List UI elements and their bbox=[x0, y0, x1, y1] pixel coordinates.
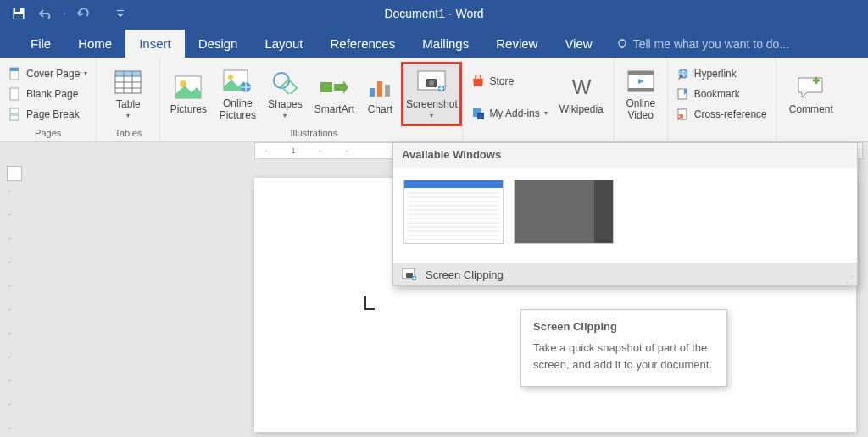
group-tables: Table ▾ Tables bbox=[97, 58, 160, 141]
comment-button[interactable]: Comment bbox=[782, 62, 841, 126]
group-links: Hyperlink Bookmark Cross-reference bbox=[668, 58, 776, 141]
group-label-links bbox=[721, 126, 723, 141]
tab-review[interactable]: Review bbox=[482, 30, 551, 58]
svg-point-4 bbox=[619, 40, 626, 47]
window-thumbnail-2[interactable] bbox=[514, 180, 614, 244]
tab-mailings[interactable]: Mailings bbox=[409, 30, 482, 58]
screenshot-icon bbox=[417, 68, 446, 97]
group-illustrations: Pictures Online Pictures Shapes ▾ SmartA… bbox=[160, 58, 463, 141]
svg-rect-8 bbox=[10, 88, 19, 100]
shapes-icon bbox=[270, 68, 299, 97]
text-cursor bbox=[364, 296, 375, 310]
group-label-addins bbox=[537, 126, 540, 141]
svg-rect-28 bbox=[385, 85, 390, 97]
group-media: Online Video bbox=[615, 58, 668, 141]
tab-home[interactable]: Home bbox=[64, 30, 125, 58]
group-pages: Cover Page▾ Blank Page Page Break Pages bbox=[0, 58, 97, 141]
save-button[interactable] bbox=[8, 3, 29, 24]
save-icon bbox=[12, 7, 25, 20]
svg-rect-10 bbox=[10, 115, 19, 120]
svg-rect-2 bbox=[15, 8, 20, 12]
svg-rect-17 bbox=[115, 71, 141, 76]
svg-rect-3 bbox=[117, 10, 124, 11]
redo-button[interactable] bbox=[73, 3, 93, 24]
tab-references[interactable]: References bbox=[316, 30, 409, 58]
resize-handle-icon[interactable]: ⋰ bbox=[846, 274, 854, 284]
blank-page-button[interactable]: Blank Page bbox=[8, 86, 87, 102]
chevron-down-icon: ▾ bbox=[283, 112, 287, 119]
svg-rect-25 bbox=[320, 82, 332, 92]
bookmark-icon bbox=[676, 87, 690, 101]
chevron-down-icon: ▾ bbox=[84, 69, 87, 77]
pictures-button[interactable]: Pictures bbox=[165, 62, 211, 126]
ruler-vertical[interactable]: -------------- bbox=[8, 186, 11, 437]
screen-clipping-icon bbox=[402, 268, 417, 281]
screenshot-dropdown: Available Windows Screen Clipping ⋰ bbox=[392, 142, 858, 286]
smartart-icon bbox=[320, 73, 348, 102]
store-button[interactable]: Store bbox=[471, 73, 547, 90]
online-pictures-icon bbox=[223, 67, 252, 96]
tab-file[interactable]: File bbox=[17, 30, 64, 58]
chevron-down-icon bbox=[116, 9, 125, 18]
svg-rect-44 bbox=[406, 273, 413, 278]
cover-page-icon bbox=[8, 67, 22, 80]
cover-page-button[interactable]: Cover Page▾ bbox=[8, 65, 87, 82]
crossref-icon bbox=[676, 108, 690, 121]
wikipedia-icon: W bbox=[567, 73, 596, 102]
tab-design[interactable]: Design bbox=[185, 30, 252, 58]
comment-icon bbox=[797, 73, 826, 102]
tooltip: Screen Clipping Take a quick snapshot of… bbox=[520, 309, 727, 387]
page-break-button[interactable]: Page Break bbox=[8, 106, 87, 123]
cross-reference-button[interactable]: Cross-reference bbox=[676, 106, 767, 123]
tab-insert[interactable]: Insert bbox=[125, 30, 185, 58]
video-icon bbox=[626, 67, 655, 96]
qat-customize[interactable] bbox=[110, 3, 131, 24]
qat-separator: · bbox=[63, 6, 66, 21]
hyperlink-button[interactable]: Hyperlink bbox=[676, 65, 767, 82]
addins-icon bbox=[471, 107, 485, 120]
tooltip-title: Screen Clipping bbox=[533, 320, 715, 333]
tellme-search[interactable]: Tell me what you want to do... bbox=[606, 30, 799, 58]
store-icon bbox=[471, 75, 485, 88]
available-windows-list bbox=[393, 168, 857, 263]
svg-rect-7 bbox=[10, 68, 19, 71]
chart-button[interactable]: Chart bbox=[362, 62, 398, 126]
chevron-down-icon: ▾ bbox=[544, 109, 548, 117]
smartart-button[interactable]: SmartArt bbox=[309, 62, 359, 126]
ribbon: Cover Page▾ Blank Page Page Break Pages … bbox=[0, 58, 868, 142]
blank-page-icon bbox=[8, 87, 22, 101]
redo-icon bbox=[76, 8, 90, 19]
svg-rect-26 bbox=[370, 88, 375, 97]
table-button[interactable]: Table ▾ bbox=[102, 62, 154, 126]
tab-layout[interactable]: Layout bbox=[251, 30, 316, 58]
page-break-icon bbox=[8, 108, 22, 121]
screen-clipping-item[interactable]: Screen Clipping bbox=[393, 263, 857, 285]
chevron-down-icon: ▾ bbox=[126, 112, 130, 119]
my-addins-button[interactable]: My Add-ins ▾ bbox=[471, 105, 547, 122]
screenshot-button[interactable]: Screenshot ▾ bbox=[401, 62, 462, 126]
window-title: Document1 - Word bbox=[384, 7, 483, 20]
wikipedia-button[interactable]: W Wikipedia bbox=[554, 62, 609, 126]
bulb-icon bbox=[616, 38, 628, 50]
ruler-corner[interactable] bbox=[7, 166, 22, 181]
online-pictures-button[interactable]: Online Pictures bbox=[214, 62, 260, 126]
online-video-button[interactable]: Online Video bbox=[620, 62, 662, 126]
pictures-icon bbox=[174, 73, 203, 102]
bookmark-button[interactable]: Bookmark bbox=[676, 86, 767, 102]
tab-view[interactable]: View bbox=[551, 30, 605, 58]
undo-icon bbox=[38, 8, 53, 19]
svg-rect-38 bbox=[628, 88, 654, 91]
group-addins: Store My Add-ins ▾ W Wikipedia bbox=[463, 58, 614, 141]
undo-button[interactable] bbox=[36, 3, 56, 24]
chart-icon bbox=[365, 73, 394, 102]
svg-rect-9 bbox=[10, 108, 19, 113]
window-thumbnail-1[interactable] bbox=[403, 180, 504, 244]
shapes-button[interactable]: Shapes ▾ bbox=[264, 62, 306, 126]
svg-rect-27 bbox=[377, 81, 382, 97]
svg-rect-1 bbox=[14, 14, 23, 19]
group-label-illustrations: Illustrations bbox=[291, 126, 338, 141]
titlebar: · Document1 - Word bbox=[0, 0, 868, 27]
svg-rect-34 bbox=[477, 113, 484, 119]
table-icon bbox=[114, 68, 142, 97]
group-label-tables: Tables bbox=[114, 126, 142, 141]
